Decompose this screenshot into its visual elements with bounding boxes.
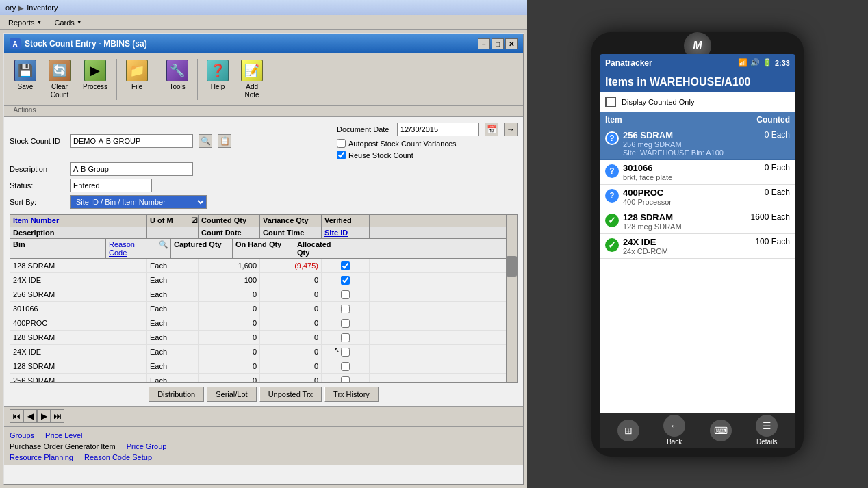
- td-variance-5: 0: [260, 316, 322, 330]
- table-row[interactable]: 24X IDE Each 100 0: [10, 273, 506, 287]
- calendar-icon[interactable]: 📅: [485, 123, 498, 136]
- table-row[interactable]: 400PROC Each 0 0: [10, 316, 506, 331]
- sort-by-select[interactable]: Site ID / Bin / Item Number: [70, 195, 207, 209]
- file-label: File: [131, 83, 142, 91]
- td-item-8: 128 SDRAM: [10, 359, 147, 373]
- maximize-button[interactable]: □: [492, 38, 504, 49]
- trx-history-button[interactable]: Trx History: [324, 387, 379, 402]
- minimize-button[interactable]: −: [478, 38, 490, 49]
- menu-cards[interactable]: Cards ▼: [49, 17, 87, 28]
- col-site-id[interactable]: Site ID: [322, 227, 370, 238]
- td-verified-8[interactable]: [322, 359, 370, 373]
- copy-icon[interactable]: 📋: [218, 134, 231, 148]
- breadcrumb-arrow1: ▶: [18, 4, 24, 12]
- save-button[interactable]: 💾 Save: [10, 56, 41, 94]
- td-item-4: 301066: [10, 302, 147, 316]
- save-icon: 💾: [14, 60, 36, 81]
- nav-first-button[interactable]: ⏮: [10, 409, 23, 423]
- reason-code-setup-link[interactable]: Reason Code Setup: [84, 453, 152, 461]
- doc-date-input[interactable]: [397, 123, 479, 136]
- serial-lot-button[interactable]: Serial/Lot: [207, 387, 256, 402]
- bottom-buttons: Distribution Serial/Lot Unposted Trx Trx…: [4, 383, 523, 406]
- col-search-icon[interactable]: 🔍: [157, 239, 171, 258]
- windows-icon: ⊞: [617, 420, 639, 441]
- doc-date-label: Document Date: [337, 125, 392, 133]
- list-item[interactable]: ? 256 SDRAM 0 Each 256 meg SDRAM Site: W…: [600, 127, 795, 160]
- td-blank-6: [188, 331, 199, 344]
- td-counted-2: 100: [199, 273, 260, 287]
- add-note-button[interactable]: 📝 AddNote: [236, 56, 268, 103]
- table-row[interactable]: 128 SDRAM Each 0 0: [10, 359, 506, 374]
- list-item[interactable]: ✓ 128 SDRAM 1600 Each 128 meg SDRAM: [600, 209, 795, 234]
- stock-count-id-label: Stock Count ID: [10, 137, 64, 145]
- mobile-start-button[interactable]: ⊞: [617, 420, 639, 441]
- list-item[interactable]: ? 301066 0 Each brkt, face plate: [600, 160, 795, 185]
- td-blank-3: [188, 287, 199, 301]
- item-count: 0 Each: [765, 130, 790, 140]
- col-counted-qty: Counted Qty: [199, 215, 260, 227]
- file-button[interactable]: 📁 File: [121, 56, 153, 94]
- close-button[interactable]: ✕: [505, 38, 518, 49]
- menu-reports[interactable]: Reports ▼: [3, 17, 47, 28]
- scrollbar[interactable]: [506, 215, 517, 382]
- mobile-details-button[interactable]: ☰ Details: [756, 415, 778, 446]
- td-verified-9[interactable]: [322, 374, 370, 382]
- display-counted-checkbox[interactable]: [605, 97, 616, 107]
- col-description: Description: [10, 227, 147, 238]
- td-verified-1[interactable]: [322, 259, 370, 272]
- table-row[interactable]: 24X IDE Each 0 0 ↖: [10, 345, 506, 359]
- distribution-button[interactable]: Distribution: [149, 387, 204, 402]
- search-icon[interactable]: 🔍: [199, 134, 212, 148]
- reuse-checkbox[interactable]: [337, 151, 346, 159]
- td-verified-4[interactable]: [322, 302, 370, 316]
- process-button[interactable]: ▶ Process: [78, 56, 112, 94]
- td-uom-8: Each: [147, 359, 188, 373]
- table-row[interactable]: 128 SDRAM Each 0 0: [10, 331, 506, 345]
- stock-count-id-input[interactable]: [70, 134, 193, 148]
- bottom-form-row-1: Groups Price Level: [10, 430, 518, 441]
- mobile-back-button[interactable]: ← Back: [663, 415, 685, 446]
- td-verified-5[interactable]: [322, 316, 370, 330]
- clear-count-button[interactable]: 🔄 ClearCount: [44, 56, 75, 103]
- breadcrumb-inventory[interactable]: Inventory: [27, 3, 58, 12]
- date-arrow-icon[interactable]: →: [504, 123, 518, 136]
- back-icon: ←: [663, 415, 685, 437]
- toolbar-sep3: [197, 59, 198, 100]
- help-button[interactable]: ❓ Help: [202, 56, 233, 94]
- col-bin[interactable]: Bin: [10, 239, 106, 258]
- nav-last-button[interactable]: ⏭: [51, 409, 64, 423]
- nav-next-button[interactable]: ▶: [37, 409, 51, 423]
- list-item[interactable]: ? 400PROC 0 Each 400 Processor: [600, 185, 795, 209]
- td-verified-7[interactable]: ↖: [322, 345, 370, 359]
- description-input[interactable]: [70, 162, 193, 176]
- table-row[interactable]: 256 SDRAM Each 0 0: [10, 374, 506, 382]
- item-count-5: 100 Each: [755, 237, 790, 247]
- table-row[interactable]: 256 SDRAM Each 0 0: [10, 287, 506, 302]
- table-row[interactable]: 128 SDRAM Each 1,600 (9,475): [10, 259, 506, 273]
- td-verified-2[interactable]: [322, 273, 370, 287]
- device-screen: Panatracker 📶 🔊 🔋 2:33 Items in WAREHOUS…: [600, 54, 795, 448]
- breadcrumb-ory[interactable]: ory: [5, 3, 16, 12]
- mobile-keyboard-button[interactable]: ⌨: [710, 420, 732, 441]
- list-item[interactable]: ✓ 24X IDE 100 Each 24x CD-ROM: [600, 234, 795, 259]
- groups-link[interactable]: Groups: [10, 431, 34, 439]
- col-item-number[interactable]: Item Number: [10, 215, 147, 227]
- unposted-trx-button[interactable]: Unposted Trx: [259, 387, 322, 402]
- col-check-all[interactable]: ☑: [188, 215, 199, 227]
- tools-button[interactable]: 🔧 Tools: [162, 56, 193, 94]
- autopost-checkbox[interactable]: [337, 139, 346, 148]
- tools-label: Tools: [169, 83, 185, 91]
- table-row[interactable]: 301066 Each 0 0: [10, 302, 506, 316]
- item-subtitle-4: 128 meg SDRAM: [623, 222, 790, 231]
- status-input[interactable]: [70, 179, 152, 192]
- price-group-link[interactable]: Price Group: [127, 442, 167, 450]
- col-reason-code[interactable]: Reason Code: [106, 239, 157, 258]
- td-verified-6[interactable]: [322, 331, 370, 344]
- td-verified-3[interactable]: [322, 287, 370, 301]
- back-label: Back: [667, 438, 682, 446]
- nav-bar: ⏮ ◀ ▶ ⏭: [4, 406, 523, 426]
- price-level-link[interactable]: Price Level: [45, 431, 82, 439]
- resource-planning-link[interactable]: Resource Planning: [10, 453, 73, 461]
- nav-prev-button[interactable]: ◀: [23, 409, 37, 423]
- mobile-device: M Panatracker 📶 🔊 🔋 2:33 Items in WAREHO…: [591, 32, 804, 457]
